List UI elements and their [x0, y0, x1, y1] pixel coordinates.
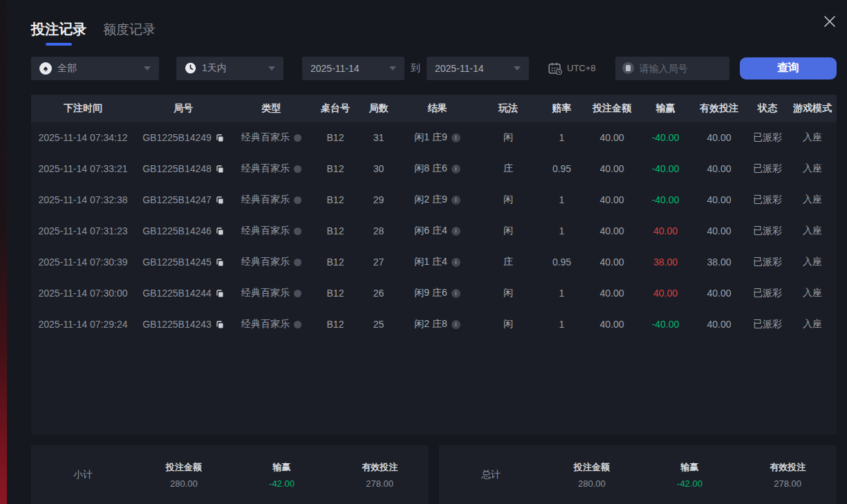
date-to-select[interactable]: 2025-11-14 — [427, 57, 529, 80]
table-row: 2025-11-14 07:33:21 GB1225B14248 经典百家乐 B… — [31, 153, 837, 185]
subtotal-win-loss: 输赢 -42.00 — [233, 461, 331, 489]
time-range-select[interactable]: 1天内 — [176, 57, 283, 80]
col-round-id: 局号 — [135, 95, 232, 122]
odds-cell: 1 — [539, 185, 584, 216]
summary-bar: 小计 投注金额 280.00 输赢 -42.00 有效投注 278.00 — [31, 445, 837, 504]
play-cell: 庄 — [477, 153, 539, 185]
col-bet-amount: 投注金额 — [584, 95, 640, 122]
round-id-cell: GB1225B14246 — [135, 216, 232, 247]
copy-icon[interactable] — [216, 258, 224, 267]
chevron-down-icon — [389, 66, 396, 71]
result-cell: 闲9 庄6 — [398, 278, 477, 309]
game-type-value: 全部 — [57, 62, 77, 75]
play-cell: 闲 — [477, 309, 539, 340]
info-icon[interactable] — [452, 133, 460, 142]
result-cell: 闲2 庄9 — [398, 185, 477, 216]
round-id-cell: GB1225B14247 — [135, 185, 232, 216]
chevron-down-icon — [514, 66, 521, 71]
bet-time-cell: 2025-11-14 07:34:12 — [31, 122, 135, 153]
background-page-strip — [0, 0, 7, 504]
copy-icon[interactable] — [216, 289, 224, 298]
info-icon[interactable] — [452, 289, 460, 298]
col-play: 玩法 — [477, 95, 539, 122]
calendar-clock-icon — [548, 62, 562, 75]
copy-icon[interactable] — [216, 165, 224, 174]
bet-amount-cell: 40.00 — [584, 122, 640, 153]
bet-records-dialog: 投注记录 额度记录 全部 1天内 2025-11-14 到 — [7, 0, 847, 504]
valid-bet-cell: 40.00 — [691, 309, 747, 340]
game-dot-icon — [294, 165, 301, 173]
copy-icon[interactable] — [216, 227, 224, 236]
chevron-down-icon — [268, 66, 275, 71]
result-cell: 闲1 庄4 — [398, 247, 477, 278]
info-icon[interactable] — [452, 258, 460, 267]
round-id-cell: GB1225B14243 — [135, 309, 232, 340]
bet-time-cell: 2025-11-14 07:31:23 — [31, 216, 135, 247]
game-dot-icon — [294, 290, 301, 297]
round-id-cell: GB1225B14249 — [135, 122, 232, 153]
valid-bet-cell: 40.00 — [691, 122, 747, 153]
win-loss-cell: -40.00 — [640, 153, 691, 185]
game-mode-cell: 入座 — [788, 247, 837, 278]
table-no-cell: B12 — [311, 216, 360, 247]
round-id-search-box — [615, 57, 729, 80]
query-button[interactable]: 查询 — [740, 57, 837, 80]
odds-cell: 1 — [539, 122, 584, 153]
col-result: 结果 — [398, 95, 477, 122]
bet-amount-cell: 40.00 — [584, 153, 640, 185]
game-mode-cell: 入座 — [788, 216, 837, 247]
play-cell: 庄 — [477, 247, 539, 278]
date-from-select[interactable]: 2025-11-14 — [302, 57, 404, 80]
shoe-no-cell: 25 — [360, 309, 398, 340]
round-id-cell: GB1225B14245 — [135, 247, 232, 278]
odds-cell: 1 — [539, 309, 584, 340]
bet-amount-cell: 40.00 — [584, 309, 640, 340]
status-cell: 已派彩 — [747, 153, 788, 185]
game-dot-icon — [294, 134, 301, 142]
copy-icon[interactable] — [216, 196, 224, 205]
shoe-no-cell: 28 — [360, 216, 398, 247]
tab-quota-records[interactable]: 额度记录 — [103, 21, 156, 46]
bet-time-cell: 2025-11-14 07:32:38 — [31, 185, 135, 216]
result-cell: 闲8 庄6 — [398, 153, 477, 185]
win-loss-cell: 40.00 — [640, 278, 691, 309]
bet-time-cell: 2025-11-14 07:30:39 — [31, 247, 135, 278]
status-cell: 已派彩 — [747, 247, 788, 278]
round-id-cell: GB1225B14248 — [135, 153, 232, 185]
win-loss-cell: -40.00 — [640, 122, 691, 153]
round-id-input[interactable] — [640, 63, 723, 74]
table-no-cell: B12 — [311, 247, 360, 278]
win-loss-cell: -40.00 — [640, 185, 691, 216]
subtotal-bet-amount: 投注金额 280.00 — [135, 461, 233, 489]
spade-icon — [39, 62, 52, 75]
to-label: 到 — [411, 62, 420, 75]
table-header-row: 下注时间 局号 类型 桌台号 局数 结果 玩法 赔率 投注金额 输赢 有效投注 … — [31, 95, 837, 122]
game-mode-cell: 入座 — [788, 278, 837, 309]
bet-time-cell: 2025-11-14 07:30:00 — [31, 278, 135, 309]
table-row: 2025-11-14 07:32:38 GB1225B14247 经典百家乐 B… — [31, 185, 837, 216]
status-cell: 已派彩 — [747, 278, 788, 309]
play-cell: 闲 — [477, 216, 539, 247]
info-icon[interactable] — [452, 196, 460, 205]
shoe-no-cell: 30 — [360, 153, 398, 185]
game-dot-icon — [294, 196, 301, 204]
table-row: 2025-11-14 07:30:00 GB1225B14244 经典百家乐 B… — [31, 278, 837, 309]
game-type-select[interactable]: 全部 — [31, 57, 159, 80]
table-no-cell: B12 — [311, 278, 360, 309]
info-icon[interactable] — [452, 165, 460, 174]
bet-amount-cell: 40.00 — [584, 247, 640, 278]
game-mode-cell: 入座 — [788, 122, 837, 153]
valid-bet-cell: 40.00 — [691, 153, 747, 185]
play-cell: 闲 — [477, 278, 539, 309]
total-bet-amount: 投注金额 280.00 — [543, 461, 641, 489]
close-button[interactable] — [819, 12, 840, 33]
info-icon[interactable] — [452, 320, 460, 329]
game-type-cell: 经典百家乐 — [232, 309, 311, 340]
tab-bet-records[interactable]: 投注记录 — [31, 20, 86, 46]
copy-icon[interactable] — [216, 133, 224, 142]
info-icon[interactable] — [452, 227, 460, 236]
game-mode-cell: 入座 — [788, 309, 837, 340]
game-mode-cell: 入座 — [788, 153, 837, 185]
table-no-cell: B12 — [311, 185, 360, 216]
copy-icon[interactable] — [216, 320, 224, 329]
